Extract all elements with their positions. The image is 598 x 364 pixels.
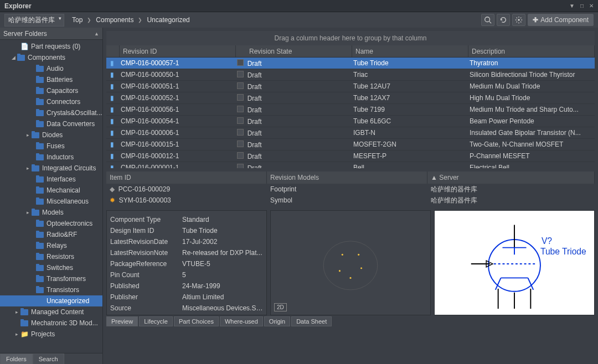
col-revision-models[interactable]: Revision Models [267, 171, 427, 184]
tree-node[interactable]: Capacitors [0, 85, 102, 96]
tree-node[interactable]: ▸Managed Content [0, 306, 102, 318]
component-grid[interactable]: ▮CMP-016-000057-1 DraftTube TriodeThyrat… [106, 58, 595, 168]
expand-icon[interactable]: ▸ [24, 132, 31, 138]
table-row[interactable]: ▮CMP-016-000056-1 DraftTube 7199Medium M… [106, 104, 595, 116]
col-name[interactable]: Name [352, 45, 468, 57]
tree-node[interactable]: Batteries [0, 74, 102, 85]
breadcrumb[interactable]: Top [72, 16, 83, 24]
refresh-button[interactable] [497, 14, 510, 26]
collapse-icon[interactable]: ▲ [94, 31, 99, 37]
tree-node[interactable]: Audio [0, 63, 102, 74]
library-select[interactable]: 哈萨维的器件库 [4, 14, 64, 27]
tree-node[interactable]: Mechanical [0, 185, 102, 196]
property-value: Standard [182, 216, 263, 223]
table-row[interactable]: ▮CMP-016-000012-1 DraftMESFET-PP-Channel… [106, 150, 595, 162]
tree-node[interactable]: ▸Diodes [0, 129, 102, 141]
cell-revision-state: Draft [234, 117, 350, 126]
col-server[interactable]: ▲ Server [427, 171, 595, 184]
maximize-icon[interactable]: □ [580, 3, 584, 9]
detail-tab[interactable]: Data Sheet [291, 316, 332, 326]
table-row[interactable]: ▮CMP-016-000057-1 DraftTube TriodeThyrat… [106, 58, 595, 69]
cell-revision-state: Draft [234, 106, 350, 114]
state-checkbox[interactable] [237, 164, 244, 169]
property-row: PackageReferenceVTUBE-5 [110, 258, 263, 269]
tree-node[interactable]: Optoelectronics [0, 218, 102, 229]
tab-folders[interactable]: Folders [0, 353, 33, 364]
tree-node[interactable]: Transformers [0, 273, 102, 284]
tree-node[interactable]: Crystals&Oscillat... [0, 107, 102, 118]
tree-node[interactable]: ◢Components [0, 52, 102, 63]
table-row[interactable]: ▮CMP-016-000051-1 DraftTube 12AU7Medium … [106, 81, 595, 92]
dropdown-icon[interactable]: ▼ [569, 3, 575, 9]
tree-label: Resistors [47, 253, 74, 261]
col-description[interactable]: Description [468, 45, 595, 57]
state-checkbox[interactable] [237, 152, 244, 159]
state-checkbox[interactable] [237, 117, 244, 124]
expand-icon[interactable]: ▸ [24, 165, 31, 171]
tree-node[interactable]: Fuses [0, 141, 102, 152]
tree-node[interactable]: Inductors [0, 152, 102, 163]
state-checkbox[interactable] [237, 141, 244, 147]
col-revision-id[interactable]: Revision ID [120, 45, 236, 57]
property-key: Pin Count [110, 271, 182, 279]
models-grid[interactable]: ◆ PCC-016-000029Footprint哈萨维的器件库✸ SYM-01… [106, 184, 595, 206]
tree-node[interactable]: Radio&RF [0, 229, 102, 240]
state-checkbox[interactable] [237, 94, 244, 101]
tree-node[interactable]: Relays [0, 240, 102, 251]
table-row[interactable]: ▮CMP-016-000052-1 DraftTube 12AX7High Mu… [106, 92, 595, 104]
model-row[interactable]: ◆ PCC-016-000029Footprint哈萨维的器件库 [106, 184, 595, 195]
folder-icon [35, 120, 44, 128]
tree-node[interactable]: Miscellaneous [0, 196, 102, 207]
folder-icon [20, 308, 29, 316]
col-revision-state[interactable]: Revision State [236, 45, 352, 57]
tree-node[interactable]: Data Converters [0, 118, 102, 129]
tree-node[interactable]: ▸📁Projects [0, 329, 102, 340]
footprint-preview[interactable]: 2D [270, 210, 431, 315]
detail-tabs: PreviewLifecyclePart ChoicesWhere-usedOr… [106, 316, 595, 326]
settings-button[interactable] [512, 14, 525, 26]
col-item-id[interactable]: Item ID [106, 171, 267, 184]
table-row[interactable]: ▮CMP-016-000006-1 DraftIGBT-NInsulated G… [106, 127, 595, 139]
tree-node[interactable]: Interfaces [0, 174, 102, 185]
table-row[interactable]: ▮CMP-016-000015-1 DraftMOSFET-2GNTwo-Gat… [106, 139, 595, 150]
state-checkbox[interactable] [237, 106, 244, 112]
tree-node[interactable]: Connectors [0, 96, 102, 107]
tree-node[interactable]: Uncategorized [0, 295, 102, 306]
model-row[interactable]: ✸ SYM-016-000003Symbol哈萨维的器件库 [106, 195, 595, 206]
tree-node[interactable]: Resistors [0, 251, 102, 262]
detail-tab[interactable]: Lifecycle [139, 316, 173, 326]
search-button[interactable] [481, 14, 494, 26]
state-checkbox[interactable] [237, 71, 244, 77]
expand-icon[interactable]: ▸ [13, 331, 20, 337]
symbol-preview[interactable]: V? Tube Triode [434, 210, 595, 315]
tab-search[interactable]: Search [33, 353, 64, 364]
table-row[interactable]: ▮CMP-016-000001-1 DraftBellElectrical Be… [106, 162, 595, 168]
tree-node[interactable]: Mechatronic 3D Mod... [0, 318, 102, 329]
tree-node[interactable]: Transistors [0, 284, 102, 295]
group-hint[interactable]: Drag a column header here to group by th… [106, 31, 595, 45]
breadcrumb[interactable]: Uncategorized [147, 16, 189, 24]
tree-node[interactable]: 📄Part requests (0) [0, 41, 102, 52]
detail-tab[interactable]: Part Choices [174, 316, 219, 326]
detail-tab[interactable]: Origin [264, 316, 290, 326]
detail-tab[interactable]: Where-used [220, 316, 263, 326]
breadcrumb[interactable]: Components [96, 16, 133, 24]
table-row[interactable]: ▮CMP-016-000050-1 DraftTriacSilicon Bidi… [106, 69, 595, 81]
detail-tab[interactable]: Preview [106, 316, 138, 326]
state-checkbox[interactable] [237, 129, 244, 136]
tree-node[interactable]: ▸Models [0, 207, 102, 218]
tree-label: Part requests (0) [31, 43, 80, 50]
table-row[interactable]: ▮CMP-016-000054-1 DraftTube 6L6GCBeam Po… [106, 116, 595, 127]
tree-node[interactable]: ▸Integrated Circuits [0, 163, 102, 174]
state-checkbox[interactable] [237, 82, 244, 89]
expand-icon[interactable]: ◢ [10, 55, 17, 60]
state-checkbox[interactable] [237, 59, 244, 66]
view-2d-badge[interactable]: 2D [274, 303, 287, 311]
close-icon[interactable]: ✕ [589, 3, 594, 9]
add-component-button[interactable]: ✚ Add Component [528, 14, 594, 26]
folder-tree[interactable]: 📄Part requests (0)◢ComponentsAudioBatter… [0, 40, 102, 353]
expand-icon[interactable]: ▸ [13, 309, 20, 315]
folder-icon [17, 54, 25, 61]
tree-node[interactable]: Switches [0, 262, 102, 273]
expand-icon[interactable]: ▸ [24, 210, 31, 215]
